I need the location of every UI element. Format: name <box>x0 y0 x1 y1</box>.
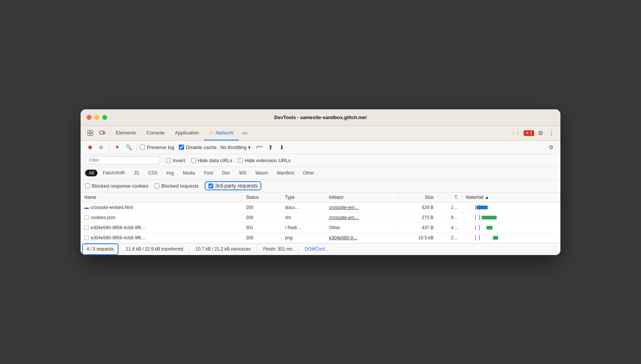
waterfall-bar <box>487 226 493 230</box>
title-bar: DevTools - samesite-sandbox.glitch.me/ <box>81 109 560 126</box>
tab-right-actions: ⚠ 1 ✕ 1 ⚙ ⋮ <box>509 128 556 138</box>
svg-rect-3 <box>91 133 93 136</box>
type-filter-all[interactable]: All <box>85 170 97 176</box>
checkbox-icon <box>84 236 89 240</box>
table-row[interactable]: e304e580-9956-4cb6-9f6…301/ Redi…Other43… <box>81 222 560 233</box>
minimize-button[interactable] <box>94 115 99 120</box>
domcontent-time: DOMCont… <box>299 246 335 252</box>
filter-row: Invert Hide data URLs Hide extension URL… <box>81 154 560 167</box>
toolbar-divider-1 <box>109 143 109 151</box>
checkbox-icon <box>84 225 89 230</box>
waterfall-red-line <box>475 235 476 240</box>
col-time[interactable]: T. <box>437 192 462 203</box>
cell-waterfall <box>462 202 560 212</box>
tab-console[interactable]: Console <box>141 125 170 140</box>
tab-elements[interactable]: Elements <box>111 125 141 140</box>
cell-type: docu… <box>281 202 325 212</box>
waterfall-bar <box>482 216 497 219</box>
blocked-requests-checkbox[interactable] <box>154 183 159 188</box>
invert-checkbox[interactable] <box>166 158 171 163</box>
device-icon[interactable] <box>97 128 108 138</box>
type-filter-ws[interactable]: WS <box>235 170 250 176</box>
preserve-log-label[interactable]: Preserve log <box>140 145 174 150</box>
search-icon[interactable]: 🔍 <box>124 142 133 152</box>
svg-rect-0 <box>88 130 90 133</box>
type-filter-fetch[interactable]: Fetch/XHR <box>99 170 129 176</box>
type-filter-img[interactable]: Img <box>163 170 178 176</box>
network-settings-icon[interactable]: ⚙ <box>546 142 556 152</box>
cell-status: 200 <box>242 212 281 222</box>
tab-network[interactable]: ⚠ Network <box>204 125 239 140</box>
requests-count: 4 / 5 requests <box>82 243 118 255</box>
invert-label[interactable]: Invert <box>166 158 185 163</box>
hide-data-urls-label[interactable]: Hide data URLs <box>191 158 232 163</box>
table-row[interactable]: cookies.json200xhrcrosssite-em…273 B9… <box>81 212 560 222</box>
network-conditions-icon[interactable] <box>255 142 264 152</box>
table-row[interactable]: ▬crosssite-embed.html200docu…crosssite-e… <box>81 202 560 212</box>
cell-time: 1… <box>437 202 462 212</box>
tabs-row: Elements Console Application ⚠ Network >… <box>81 126 560 141</box>
cell-type: xhr <box>281 212 325 222</box>
col-initiator[interactable]: Initiator <box>325 192 398 203</box>
download-icon[interactable]: ⬇ <box>277 142 287 152</box>
col-status[interactable]: Status <box>242 192 281 203</box>
blocked-response-cookies-checkbox[interactable] <box>85 183 90 188</box>
more-options-icon[interactable]: ⋮ <box>547 128 556 138</box>
col-size[interactable]: Size <box>398 192 437 203</box>
stop-recording-button[interactable]: ⏺ <box>85 142 95 152</box>
cell-status: 200 <box>242 202 281 212</box>
waterfall-blue-line <box>479 235 479 240</box>
type-filter-wasm[interactable]: Wasm <box>252 170 272 176</box>
warning-badge: ⚠ 1 <box>509 130 521 136</box>
type-filter-other[interactable]: Other <box>299 170 318 176</box>
initiator-link[interactable]: crosssite-em… <box>329 215 359 220</box>
filter-icon[interactable]: ▼ <box>112 142 122 152</box>
disable-cache-checkbox[interactable] <box>179 145 184 150</box>
initiator-link[interactable]: e304e580-9… <box>329 235 358 240</box>
col-name[interactable]: Name <box>81 192 242 203</box>
table-row[interactable]: e304e580-9956-4cb6-9f6…200pnge304e580-9…… <box>81 233 560 243</box>
filter-input[interactable] <box>85 156 160 164</box>
waterfall-red-line <box>475 215 476 220</box>
type-filter-css[interactable]: CSS <box>144 170 161 176</box>
settings-icon[interactable]: ⚙ <box>536 128 545 138</box>
blocked-requests-label[interactable]: Blocked requests <box>154 183 199 189</box>
tab-application[interactable]: Application <box>170 125 204 140</box>
toolbar-divider-2 <box>136 143 137 151</box>
third-party-checkbox[interactable] <box>208 183 213 188</box>
blocked-response-cookies-label[interactable]: Blocked response cookies <box>85 183 148 189</box>
svg-rect-2 <box>88 133 90 136</box>
type-filter-manifest[interactable]: Manifest <box>273 170 298 176</box>
type-filter-doc[interactable]: Doc <box>218 170 234 176</box>
hide-extension-urls-checkbox[interactable] <box>238 158 243 163</box>
preserve-log-checkbox[interactable] <box>140 145 145 150</box>
waterfall-blue-line <box>479 225 479 230</box>
svg-rect-5 <box>104 132 105 134</box>
inspect-icon[interactable] <box>85 128 96 138</box>
col-waterfall[interactable]: Waterfall ▲ <box>462 192 560 203</box>
cell-initiator: e304e580-9… <box>325 233 398 243</box>
cell-type: png <box>281 233 325 243</box>
checkbox-icon <box>84 215 89 220</box>
table-body: ▬crosssite-embed.html200docu…crosssite-e… <box>81 202 560 243</box>
close-button[interactable] <box>87 115 91 120</box>
type-filter-js[interactable]: JS <box>130 170 143 176</box>
status-bar: 4 / 5 requests 11.9 kB / 22.9 kB transfe… <box>81 243 560 255</box>
col-type[interactable]: Type <box>281 192 325 203</box>
upload-icon[interactable]: ⬆ <box>266 142 276 152</box>
devtools-window: DevTools - samesite-sandbox.glitch.me/ <box>81 109 560 255</box>
initiator-link[interactable]: crosssite-em… <box>329 205 359 210</box>
clear-button[interactable]: ⊘ <box>96 142 106 152</box>
third-party-label[interactable]: 3rd-party requests <box>205 181 262 190</box>
cell-waterfall <box>462 222 560 233</box>
type-filter-media[interactable]: Media <box>179 170 199 176</box>
tab-more[interactable]: >> <box>239 125 250 140</box>
disable-cache-label[interactable]: Disable cache <box>179 145 217 150</box>
throttle-select[interactable]: No throttling ▾ <box>218 144 253 151</box>
hide-extension-urls-label[interactable]: Hide extension URLs <box>238 158 291 163</box>
filter-checkboxes: Invert Hide data URLs Hide extension URL… <box>166 158 291 163</box>
type-filter-font[interactable]: Font <box>200 170 217 176</box>
maximize-button[interactable] <box>102 115 107 120</box>
cell-name: e304e580-9956-4cb6-9f6… <box>81 233 242 243</box>
hide-data-urls-checkbox[interactable] <box>191 158 196 163</box>
